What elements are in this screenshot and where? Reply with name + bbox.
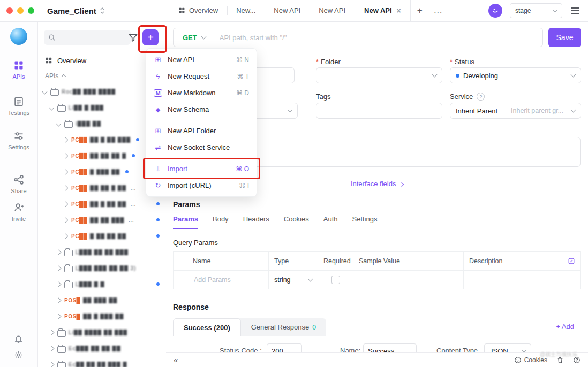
menu-item-new-schema[interactable]: New Schema [146,101,257,118]
tree-item[interactable]: POS█ ██ ███ ██ [37,292,166,308]
chevron-icon[interactable] [49,330,55,335]
section-label: APIs [45,72,58,80]
chevron-icon[interactable] [49,362,55,367]
tree-item[interactable]: Ec███ ██ ██ ██ [37,340,166,356]
chevron-icon[interactable] [56,265,62,271]
chevron-icon[interactable] [42,89,48,94]
params-tab[interactable]: Settings [352,215,377,229]
tree-item[interactable]: L███ ███ ██ ██ 3) [37,260,166,276]
chevron-icon[interactable] [56,249,62,255]
tree-item[interactable]: L███ ██ ██ ███ [37,244,166,260]
environment-select[interactable]: stage [510,3,562,18]
chevron-icon[interactable] [56,121,62,126]
params-tab[interactable]: Headers [243,215,269,229]
chevron-icon[interactable] [63,169,69,174]
menu-item-new-request[interactable]: New Request ⌘ T [146,68,257,85]
tree-item[interactable]: Li██ ████ ██ ███ [37,324,166,340]
param-type-select[interactable]: string [269,271,318,289]
menu-item-new-api[interactable]: New API ⌘ N [146,51,257,68]
chevron-icon[interactable] [49,105,55,110]
param-description-input[interactable] [464,271,580,289]
params-tab[interactable]: Body [213,215,229,229]
chevron-icon[interactable] [56,297,62,303]
sidebar-nav-settings[interactable]: Settings [0,131,37,150]
nav-label: Invite [12,216,26,222]
tree-item[interactable]: Ec██ ██ ██ ███ █ [37,356,166,367]
editor-tab[interactable]: New API × [355,0,411,21]
folder-select[interactable] [316,67,442,83]
maximize-window-button[interactable] [28,7,34,14]
menu-item-new-socket-service[interactable]: New Socket Service [146,139,257,156]
collapse-sidebar-button[interactable]: « [174,355,178,364]
service-select[interactable]: Inherit Parent Inherit parent gr... [450,103,581,119]
chevron-icon[interactable] [63,233,69,239]
project-switcher[interactable]: Game_Client [47,0,105,21]
api-path-input[interactable] [213,34,542,42]
close-tab-icon[interactable]: × [397,6,401,15]
avatar[interactable] [488,4,502,18]
params-tab[interactable]: Cookies [284,215,309,229]
notifications-bell-icon[interactable] [14,334,23,343]
status-select[interactable]: Developing [450,67,581,83]
method-select[interactable]: GET [174,34,213,42]
tree-item-label: L███ ███ ██ ██ 3) [76,265,136,271]
tree-item[interactable]: PC██ █ ██ ██ ██ [37,228,166,244]
filter-button[interactable] [128,33,138,43]
tags-input[interactable] [316,103,442,119]
menu-item-new-markdown[interactable]: New Markdown ⌘ D [146,85,257,101]
close-window-button[interactable] [6,7,13,14]
bulk-edit-icon[interactable] [568,257,575,265]
chevron-icon[interactable] [63,137,69,142]
tree-item[interactable]: PC██ ██ ██ ███ … [37,212,166,228]
add-button[interactable]: + [142,29,159,45]
app-logo[interactable] [10,28,27,45]
editor-tab[interactable]: Overview [169,0,227,21]
sidebar-nav-share[interactable]: Share [0,174,37,194]
params-tab[interactable]: Auth [323,215,338,229]
share-icon [13,174,24,185]
menu-item-import-curl[interactable]: Import (cURL) ⌘ I [146,177,257,194]
response-tab[interactable]: General Response 0 [241,318,326,336]
sidebar-nav-testings[interactable]: Testings [0,96,37,116]
drag-handle[interactable] [174,271,187,289]
info-icon[interactable]: ? [477,93,485,101]
chevron-icon[interactable] [63,201,69,207]
markdown-icon [154,89,162,97]
param-name-input[interactable] [193,276,263,284]
tree-item[interactable]: POS█ ██ █ ███ ██ [37,308,166,324]
tree-item[interactable]: PC██ ██ █ ██ ██ … [37,196,166,212]
nav-label: APIs [12,73,25,80]
chevron-icon[interactable] [49,346,55,351]
response-tab[interactable]: Success (200) [173,318,241,336]
menu-item-new-api-folder[interactable]: New API Folder [146,123,257,139]
chevron-icon[interactable] [63,153,69,158]
add-response-button[interactable]: + Add [556,323,574,331]
menu-item-import[interactable]: Import ⌘ O [146,160,257,177]
chevron-icon[interactable] [56,281,62,287]
hamburger-menu-icon[interactable] [571,10,579,11]
tab-label: New... [236,6,255,14]
chevron-icon[interactable] [63,217,69,223]
tree-item[interactable]: L███ █ █ [37,276,166,292]
watermark: @棋士与俄快乐 [540,351,577,358]
search-input[interactable] [59,33,126,42]
params-tab[interactable]: Params [173,215,198,229]
apis-grid-icon [13,60,24,71]
chevron-icon[interactable] [56,314,62,319]
save-button[interactable]: Save [548,28,581,47]
shortcut-label: ⌘ I [239,182,249,189]
editor-tab[interactable]: New... [227,0,265,21]
editor-tab[interactable]: New API [310,0,355,21]
editor-tab[interactable]: New API [265,0,310,21]
method-value: GET [183,34,197,42]
new-tab-button[interactable]: + [411,0,429,21]
tab-overflow-button[interactable]: … [429,0,447,21]
minimize-window-button[interactable] [17,7,24,14]
search-box[interactable] [44,30,131,45]
sidebar-nav-invite[interactable]: Invite [0,202,37,222]
chevron-icon[interactable] [63,185,69,190]
param-sample-input[interactable] [353,271,464,289]
gear-icon[interactable] [14,350,23,360]
required-checkbox[interactable] [331,276,340,284]
sidebar-nav-apis[interactable]: APIs [0,60,37,80]
